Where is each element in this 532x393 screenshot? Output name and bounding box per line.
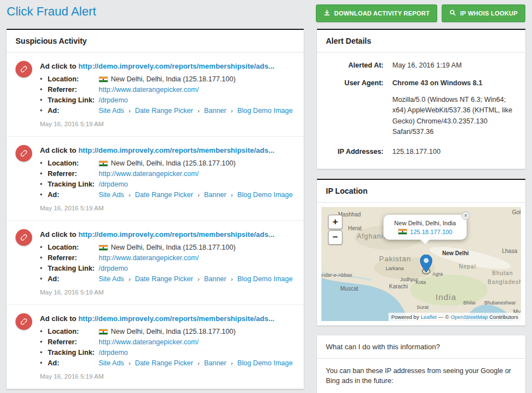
tracking-link-row: Tracking Link: /drpdemo [40,349,295,356]
map-label: Larkana [386,266,404,271]
activity-item: Ad click to http://demo.improvely.com/re… [7,305,304,389]
user-agent-row: User Agent: Chrome 43 on Windows 8.1 Moz… [326,79,516,138]
alerted-at-row: Alerted At: May 16, 2016 1:19 AM [326,61,516,69]
location-value: New Delhi, Delhi, India (125.18.177.100) [111,328,236,335]
activity-timestamp: May 16, 2016 5:19 AM [40,373,295,380]
breadcrumb-separator: › [129,276,131,282]
activity-timestamp: May 16, 2016 5:19 AM [40,289,295,296]
india-flag-icon [99,245,108,251]
download-activity-report-button[interactable]: DOWNLOAD ACTIVITY REPORT [316,4,437,22]
location-value: New Delhi, Delhi, India (125.18.177.100) [111,75,236,83]
toolbar: DOWNLOAD ACTIVITY REPORT IP WHOIS LOOKUP [316,4,525,22]
page-title: Click Fraud Alert [7,4,96,19]
activity-title-link[interactable]: http://demo.improvely.com/reports/member… [78,146,274,154]
ad-breadcrumb-link[interactable]: Date Range Picker [135,275,193,283]
breadcrumb-separator: › [197,276,200,282]
map-label: Pakistan [379,255,411,263]
user-agent-label: User Agent: [326,79,392,138]
ad-breadcrumb-link[interactable]: Banner [204,359,226,367]
referrer-link[interactable]: http://www.daterangepicker.com/ [99,170,199,178]
activity-title-link[interactable]: http://demo.improvely.com/reports/member… [78,230,274,239]
activity-item: Ad click to http://demo.improvely.com/re… [7,221,304,305]
alert-details-card: Alert Details Alerted At: May 16, 2016 1… [317,29,525,169]
activity-title-link[interactable]: http://demo.improvely.com/reports/member… [78,314,274,323]
map-label: Surat [417,304,429,310]
breadcrumb-separator: › [129,192,131,198]
attribution-dash: — [438,314,444,320]
broken-link-icon [16,313,32,330]
activity-title-prefix: Ad click to [40,146,76,154]
tracking-link-row: Tracking Link: /drpdemo [40,180,295,188]
tracking-link[interactable]: /drpdemo [99,96,128,104]
attribution-copyright: © [445,314,449,320]
breadcrumb-separator: › [231,192,233,198]
referrer-link[interactable]: http://www.daterangepicker.com/ [99,86,199,94]
ad-breadcrumb-link[interactable]: Site Ads [99,107,124,115]
tracking-link[interactable]: /drpdemo [99,265,128,272]
leaflet-link[interactable]: Leaflet [421,314,437,320]
ad-breadcrumb-link[interactable]: Banner [204,191,226,199]
zoom-in-button[interactable]: + [328,215,342,229]
topbar: Click Fraud Alert DOWNLOAD ACTIVITY REPO… [0,0,532,29]
activity-timestamp: May 16, 2016 5:19 AM [40,205,295,211]
india-flag-icon [398,229,407,235]
location-label: Location: [48,75,99,83]
activity-title-link[interactable]: http://demo.improvely.com/reports/member… [78,62,274,70]
ad-breadcrumb-link[interactable]: Date Range Picker [135,107,193,115]
referrer-label: Referrer: [48,338,99,346]
referrer-link[interactable]: http://www.daterangepicker.com/ [99,338,199,346]
attribution-suffix: Contributors [489,314,518,320]
location-row: Location: New Delhi, Delhi, India (125.1… [40,244,295,251]
left-column: Suspicious Activity Ad click to http://d… [7,29,304,389]
ad-label: Ad: [48,107,99,115]
activity-item: Ad click to http://demo.improvely.com/re… [7,53,304,137]
broken-link-icon [16,145,32,162]
user-agent-friendly: Chrome 43 on Windows 8.1 [392,79,482,87]
ad-breadcrumb-link[interactable]: Site Ads [99,359,124,367]
breadcrumb-separator: › [231,276,233,282]
location-row: Location: New Delhi, Delhi, India (125.1… [40,75,295,83]
ad-row: Ad: Site Ads › Date Range Picker › Banne… [40,191,295,199]
popup-ip-link[interactable]: 125.18.177.100 [410,229,452,235]
activity-title-prefix: Ad click to [40,62,76,70]
map-label: Bandar-e-Abbas [321,272,352,278]
ad-breadcrumb-link[interactable]: Blog Demo Image [237,359,293,367]
ad-breadcrumb-link[interactable]: Blog Demo Image [237,191,293,199]
map[interactable]: Mashhad Herat Afghanistan Hotan Golmud P… [321,207,521,321]
openstreetmap-link[interactable]: OpenStreetMap [451,314,488,320]
activity-item-body: Ad click to http://demo.improvely.com/re… [40,61,295,131]
location-row: Location: New Delhi, Delhi, India (125.1… [40,328,295,335]
map-label: Karachi [389,283,408,289]
ad-breadcrumb-link[interactable]: Blog Demo Image [237,107,293,115]
ad-row: Ad: Site Ads › Date Range Picker › Banne… [40,107,295,115]
breadcrumb-separator: › [129,360,131,366]
ad-breadcrumb-link[interactable]: Blog Demo Image [237,275,293,283]
referrer-row: Referrer: http://www.daterangepicker.com… [40,338,295,346]
location-label: Location: [48,159,99,167]
ad-breadcrumb-link[interactable]: Banner [204,107,226,115]
ad-breadcrumb-link[interactable]: Site Ads [99,191,124,199]
map-label: Bangladesh [488,279,521,285]
attribution-prefix: Powered by [391,314,419,320]
ad-breadcrumb-link[interactable]: Date Range Picker [135,191,193,199]
suspicious-activity-header: Suspicious Activity [7,30,304,53]
map-marker-icon[interactable] [420,255,432,274]
referrer-row: Referrer: http://www.daterangepicker.com… [40,86,295,94]
help-body: You can ban these IP addresses from seei… [317,359,525,393]
help-question: What can I do with this information? [317,335,525,359]
india-flag-icon [99,161,108,167]
referrer-link[interactable]: http://www.daterangepicker.com/ [99,254,199,262]
ad-breadcrumb-link[interactable]: Site Ads [99,275,124,283]
broken-link-icon [16,61,32,77]
ad-breadcrumb-link[interactable]: Banner [204,275,226,283]
tracking-link[interactable]: /drpdemo [99,349,128,356]
map-label: Herat [348,225,361,231]
zoom-out-button[interactable]: − [328,230,342,245]
ad-breadcrumb-link[interactable]: Date Range Picker [135,359,193,367]
map-zoom-control: + − [328,215,342,245]
ip-whois-lookup-button[interactable]: IP WHOIS LOOKUP [442,4,525,22]
ip-addresses-row: IP Addresses: 125.18.177.100 [326,148,516,156]
popup-close-button[interactable]: × [462,211,470,220]
referrer-row: Referrer: http://www.daterangepicker.com… [40,254,295,262]
tracking-link[interactable]: /drpdemo [99,180,128,188]
